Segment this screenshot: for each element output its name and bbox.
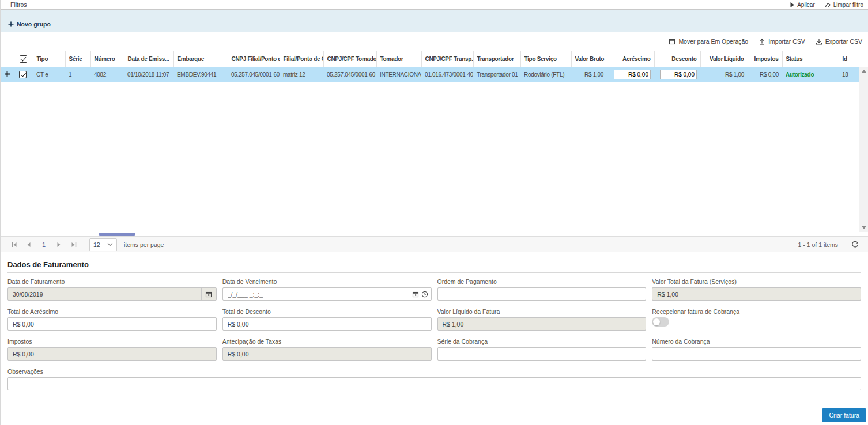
filters-bar: Filtros Aplicar Limpar filtro [1, 0, 868, 10]
download-icon [816, 38, 822, 45]
col-header-status[interactable]: Status [782, 51, 839, 67]
observacoes-label: Observações [7, 368, 861, 375]
col-header-cnpj-transportador[interactable]: CNPJ/CPF Transp... [421, 51, 473, 67]
data-vencimento-input[interactable] [222, 287, 432, 301]
select-all-checkbox[interactable] [20, 55, 27, 63]
cell-valor-liquido: R$ 1,00 [700, 67, 748, 82]
billing-form: Data de Faturamento 30/08/2019 Data de V… [7, 278, 861, 398]
pagination-bar: 1 12 items per page 1 - 1 of 1 items [1, 236, 868, 252]
last-page-button[interactable] [66, 238, 81, 252]
impostos-input [7, 347, 217, 361]
refresh-button[interactable] [847, 238, 862, 252]
col-header-cnpj-filial[interactable]: CNPJ Filial/Ponto de ... [228, 51, 280, 67]
field-serie-cobranca: Série da Cobrança [437, 338, 647, 361]
expand-cell [1, 67, 16, 82]
expand-row-button[interactable] [4, 71, 10, 77]
move-to-operation-button[interactable]: Mover para Em Operação [669, 38, 748, 45]
import-csv-button[interactable]: Importar CSV [758, 38, 805, 45]
previous-page-button[interactable] [21, 238, 36, 252]
total-acrescimo-label: Total de Acréscimo [7, 308, 217, 315]
vertical-scrollbar[interactable] [859, 67, 868, 232]
calendar-icon [205, 291, 212, 298]
col-header-data-emissao[interactable]: Data de Emiss... [124, 51, 173, 67]
field-ordem-pagamento: Ordem de Pagamento [437, 278, 647, 301]
field-numero-cobranca: Número da Cobrança [652, 338, 861, 361]
items-per-page-label: items per page [124, 241, 164, 248]
col-header-expand [1, 51, 16, 67]
current-page-button[interactable]: 1 [36, 241, 51, 248]
horizontal-scrollbar[interactable] [1, 232, 859, 236]
numero-cobranca-label: Número da Cobrança [652, 338, 861, 345]
cell-transportador: Transportador 01 [473, 67, 520, 82]
field-impostos: Impostos [7, 338, 217, 361]
col-header-transportador[interactable]: Transportador [473, 51, 520, 67]
total-desconto-input[interactable] [222, 317, 432, 331]
field-valor-total: Valor Total da Fatura (Serviços) [652, 278, 861, 301]
col-header-valor-bruto[interactable]: Valor Bruto [571, 51, 607, 67]
scroll-up-icon[interactable] [862, 70, 866, 73]
play-icon [790, 2, 795, 8]
first-page-icon [11, 242, 17, 248]
cell-id: 18 [839, 67, 859, 82]
numero-cobranca-input[interactable] [652, 347, 861, 361]
clock-icon[interactable] [421, 291, 428, 298]
grid-toolbar: Mover para Em Operação Importar CSV Expo… [1, 32, 868, 51]
date-picker-button[interactable] [201, 288, 216, 300]
plus-icon [8, 21, 14, 27]
calendar-icon[interactable] [412, 291, 419, 298]
observacoes-input[interactable] [7, 377, 861, 390]
field-total-desconto: Total de Desconto [222, 308, 432, 331]
previous-page-icon [27, 242, 31, 248]
recepcionar-toggle[interactable] [652, 317, 669, 327]
next-page-button[interactable] [51, 238, 66, 252]
col-header-impostos[interactable]: Impostos [748, 51, 782, 67]
ordem-pagamento-input[interactable] [437, 287, 647, 301]
apply-filter-button[interactable]: Aplicar [790, 2, 815, 8]
desconto-input[interactable] [660, 70, 697, 79]
cell-filial: matriz 12 [280, 67, 323, 82]
col-header-tipo[interactable]: Tipo [33, 51, 65, 67]
select-cell [16, 67, 33, 82]
table-row[interactable]: CT-e 1 4082 01/10/2018 11:07 EMBDEV.9044… [1, 67, 859, 82]
cell-cnpj-tomador: 05.257.045/0001-60 [323, 67, 376, 82]
col-header-tomador[interactable]: Tomador [376, 51, 421, 67]
horizontal-scroll-thumb[interactable] [99, 233, 135, 236]
field-data-vencimento: Data de Vencimento [222, 278, 432, 301]
create-invoice-button[interactable]: Criar fatura [822, 408, 866, 422]
clear-filter-button[interactable]: Limpar filtro [824, 2, 863, 8]
col-header-filial[interactable]: Filial/Ponto de O... [280, 51, 323, 67]
col-header-cnpj-tomador[interactable]: CNPJ/CPF Tomador [323, 51, 376, 67]
col-header-tipo-servico[interactable]: Tipo Serviço [520, 51, 571, 67]
billing-section: Dados de Faturamento Data de Faturamento… [1, 252, 868, 398]
col-header-desconto[interactable]: Desconto [654, 51, 700, 67]
serie-cobranca-label: Série da Cobrança [437, 338, 647, 345]
col-header-id[interactable]: Id [839, 51, 859, 67]
export-csv-button[interactable]: Exportar CSV [816, 38, 862, 45]
cell-impostos: R$ 0,00 [748, 67, 782, 82]
cell-cnpj-filial: 05.257.045/0001-60 [228, 67, 280, 82]
col-header-numero[interactable]: Número [90, 51, 124, 67]
total-desconto-label: Total de Desconto [222, 308, 432, 315]
clear-filter-label: Limpar filtro [833, 2, 863, 8]
row-checkbox[interactable] [19, 71, 27, 78]
cell-tomador: INTERNACIONAL E ... [376, 67, 421, 82]
antecipacao-input [222, 347, 432, 361]
scroll-down-icon[interactable] [862, 226, 866, 229]
col-header-valor-liquido[interactable]: Valor Líquido [700, 51, 748, 67]
filter-panel: Novo grupo [1, 10, 868, 32]
grid-table: Tipo Série Número Data de Emiss... Embar… [1, 51, 859, 82]
cell-desconto [654, 67, 700, 82]
col-header-acrescimo[interactable]: Acréscimo [607, 51, 654, 67]
new-group-button[interactable]: Novo grupo [8, 21, 51, 28]
serie-cobranca-input[interactable] [437, 347, 647, 361]
page-size-select[interactable]: 12 [89, 238, 117, 251]
pager-summary: 1 - 1 of 1 items [798, 241, 838, 248]
data-faturamento-field: 30/08/2019 [7, 287, 217, 301]
total-acrescimo-input[interactable] [7, 317, 217, 331]
apply-filter-label: Aplicar [797, 2, 815, 8]
col-header-serie[interactable]: Série [65, 51, 90, 67]
first-page-button[interactable] [6, 238, 21, 252]
col-header-embarque[interactable]: Embarque [173, 51, 228, 67]
data-vencimento-label: Data de Vencimento [222, 278, 432, 285]
acrescimo-input[interactable] [614, 70, 651, 79]
